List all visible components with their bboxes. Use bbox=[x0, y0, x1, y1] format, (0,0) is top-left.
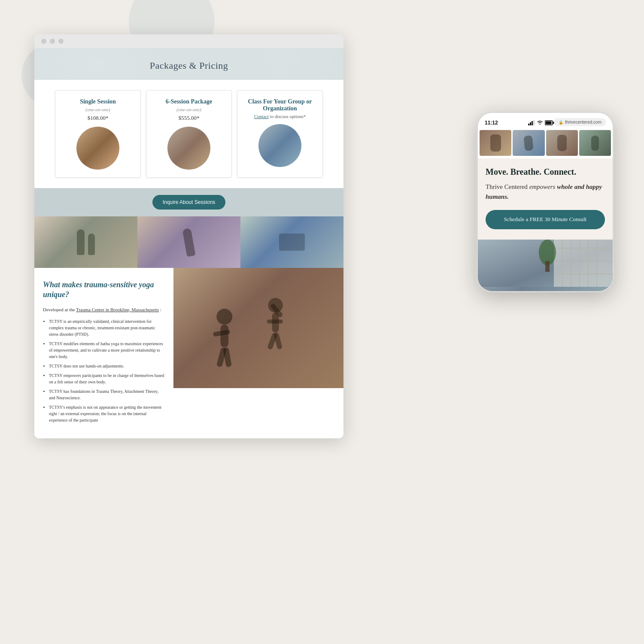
photo-strip-yoga-3 bbox=[240, 216, 343, 268]
card-price-six: $555.00* bbox=[152, 115, 225, 122]
phone-mockup: 11:12 bbox=[477, 112, 614, 292]
phone-thumb-1 bbox=[480, 130, 511, 156]
svg-rect-16 bbox=[533, 120, 535, 125]
phone-url-text: thrivecentered.com bbox=[565, 120, 601, 125]
card-image-six bbox=[167, 127, 210, 170]
browser-dot-yellow bbox=[50, 39, 55, 44]
pricing-card-single: Single Session (one-on-one) $108.00* bbox=[55, 90, 141, 178]
card-image-group bbox=[258, 124, 301, 167]
phone-notch-area: 11:12 bbox=[478, 113, 613, 130]
phone-url-bar[interactable]: 🔒 thrivecentered.com bbox=[554, 118, 606, 126]
phone-content: Move. Breathe. Connect. Thrive Centered … bbox=[478, 130, 613, 291]
svg-rect-14 bbox=[530, 122, 531, 125]
browser-toolbar bbox=[34, 34, 343, 48]
svg-rect-9 bbox=[267, 319, 283, 323]
card-subtitle-single: (one-on-one) bbox=[61, 107, 134, 112]
card-title-single: Single Session bbox=[61, 98, 134, 105]
photo-strip bbox=[34, 216, 343, 268]
card-subtitle-six: (one-on-one) bbox=[152, 107, 225, 112]
svg-point-2 bbox=[216, 309, 232, 325]
phone-bottom-image bbox=[478, 240, 613, 291]
card-contact-group: Contact to discuss options* bbox=[243, 114, 316, 119]
svg-rect-32 bbox=[545, 261, 550, 272]
lock-icon: 🔒 bbox=[559, 120, 563, 125]
pricing-section: Single Session (one-on-one) $108.00* 6-S… bbox=[34, 80, 343, 188]
phone-time: 11:12 bbox=[485, 120, 498, 126]
phone-thumb-4 bbox=[579, 130, 611, 156]
contact-link[interactable]: Contact bbox=[254, 114, 269, 119]
phone-thumb-2 bbox=[513, 130, 544, 156]
developed-at-text: Developed at the Trauma Center in Brookl… bbox=[43, 306, 165, 313]
phone-status-bar: 11:12 bbox=[485, 118, 554, 128]
phone-status-icons bbox=[528, 120, 554, 125]
card-price-single: $108.00* bbox=[61, 115, 134, 122]
svg-rect-15 bbox=[532, 121, 533, 125]
browser-content: Packages & Pricing Single Session (one-o… bbox=[34, 48, 343, 438]
developed-suffix: : bbox=[160, 307, 161, 312]
browser-mockup: Packages & Pricing Single Session (one-o… bbox=[34, 34, 343, 438]
photo-strip-yoga-2 bbox=[137, 216, 240, 268]
inquire-button[interactable]: Inquire About Sessions bbox=[152, 195, 226, 210]
phone-thumb-3 bbox=[546, 130, 578, 156]
bullet-item-5: TCTSY has foundations in Trauma Theory, … bbox=[49, 388, 165, 401]
inquire-section: Inquire About Sessions bbox=[34, 188, 343, 216]
page-title: Packages & Pricing bbox=[43, 60, 335, 71]
signal-icon bbox=[528, 120, 535, 125]
svg-rect-3 bbox=[221, 325, 228, 347]
card-image-single bbox=[76, 127, 119, 170]
svg-rect-1 bbox=[173, 268, 343, 388]
pricing-card-six-session: 6-Session Package (one-on-one) $555.00* bbox=[146, 90, 232, 178]
svg-rect-13 bbox=[528, 124, 529, 125]
battery-icon bbox=[545, 120, 554, 125]
phone-photo-row bbox=[478, 130, 613, 158]
phone-hero-body: Thrive Centered empowers whole and happy… bbox=[486, 182, 605, 201]
browser-dot-red bbox=[41, 39, 46, 44]
phone-cta-button[interactable]: Schedule a FREE 30 Minute Consult bbox=[486, 210, 605, 229]
trauma-center-link[interactable]: Trauma Center in Brookline, Massachusett… bbox=[76, 307, 159, 312]
bullet-item-1: TCTSY is an empirically validated, clini… bbox=[49, 318, 165, 337]
what-makes-heading: What makes trauma-sensitive yoga unique? bbox=[43, 280, 165, 300]
phone-hero-headline: Move. Breathe. Connect. bbox=[486, 167, 605, 177]
what-makes-text-panel: What makes trauma-sensitive yoga unique?… bbox=[34, 268, 173, 438]
what-makes-image-panel bbox=[173, 268, 343, 388]
bullet-item-6: TCTSY's emphasis is not on appearance or… bbox=[49, 404, 165, 423]
developed-prefix: Developed at the bbox=[43, 307, 76, 312]
photo-strip-yoga-1 bbox=[34, 216, 137, 268]
bullet-item-4: TCTSY empowers participants to be in cha… bbox=[49, 372, 165, 385]
wifi-icon bbox=[537, 120, 543, 125]
contact-suffix: to discuss options* bbox=[270, 114, 306, 119]
bullet-item-2: TCTSY modifies elements of hatha yoga to… bbox=[49, 340, 165, 360]
phone-hero-section: Move. Breathe. Connect. Thrive Centered … bbox=[478, 158, 613, 238]
card-title-group: Class For Your Group or Organization bbox=[243, 98, 316, 112]
bullet-item-3: TCTSY does not use hands-on adjustments. bbox=[49, 363, 165, 369]
bullet-list: TCTSY is an empirically validated, clini… bbox=[43, 318, 165, 423]
pricing-card-group: Class For Your Group or Organization Con… bbox=[237, 90, 323, 178]
pricing-grid: Single Session (one-on-one) $108.00* 6-S… bbox=[41, 90, 337, 178]
page-header: Packages & Pricing bbox=[34, 48, 343, 80]
what-makes-section: What makes trauma-sensitive yoga unique?… bbox=[34, 268, 343, 438]
card-title-six: 6-Session Package bbox=[152, 98, 225, 105]
browser-dot-green bbox=[58, 39, 64, 44]
svg-rect-19 bbox=[545, 121, 551, 124]
